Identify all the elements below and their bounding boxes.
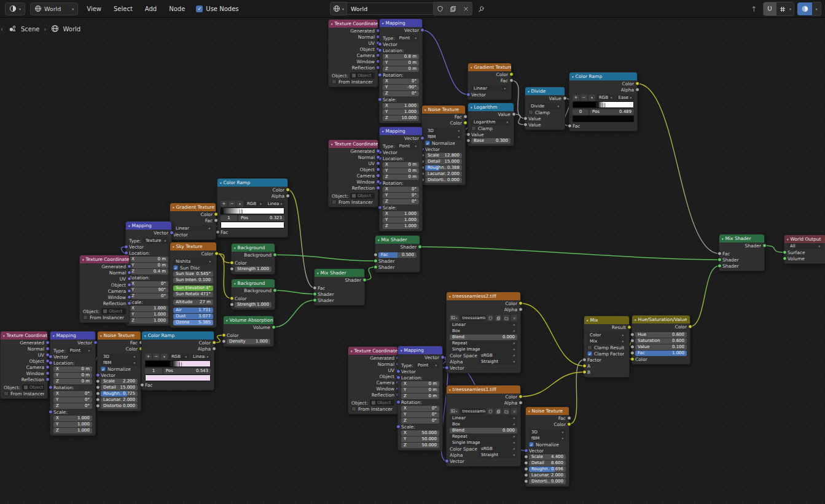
close-icon[interactable] bbox=[511, 408, 517, 414]
value-slider[interactable]: Z0° bbox=[383, 199, 419, 204]
value-slider[interactable]: X1.000 bbox=[383, 103, 419, 109]
remove-stop-button[interactable]: − bbox=[229, 201, 235, 207]
node-header[interactable]: ▾Noise Texture bbox=[422, 106, 465, 114]
fac-output-socket[interactable] bbox=[509, 79, 514, 83]
vector-input-socket[interactable] bbox=[445, 459, 449, 463]
fac-output-socket[interactable] bbox=[567, 416, 571, 421]
value-slider[interactable]: X0 m bbox=[129, 257, 168, 262]
dropdown[interactable]: Point▾ bbox=[415, 362, 439, 368]
normal-output-socket[interactable] bbox=[376, 155, 380, 160]
value-slider[interactable]: Y0 m bbox=[129, 263, 168, 268]
hsv-node[interactable]: ▾Hue/Saturation/ValueColorHue0.600Satura… bbox=[631, 315, 690, 365]
generated-output-socket[interactable] bbox=[127, 265, 131, 269]
value-slider[interactable]: X0° bbox=[383, 187, 419, 192]
value-slider[interactable]: X0° bbox=[383, 79, 419, 84]
value-slider[interactable]: Lacunar...2.000 bbox=[101, 397, 138, 403]
color-mode-dropdown[interactable]: RGB▾ bbox=[244, 201, 264, 207]
alpha-output-socket[interactable] bbox=[635, 88, 639, 92]
rotation-input-socket[interactable] bbox=[396, 400, 401, 405]
node-header[interactable]: ▾Texture Coordinate bbox=[348, 347, 397, 355]
dropdown[interactable]: Box▾ bbox=[450, 328, 517, 334]
color-output-socket[interactable] bbox=[463, 121, 467, 125]
value-slider[interactable]: Sun Rotation471° bbox=[173, 292, 213, 297]
browse-image-button[interactable]: ▾ bbox=[450, 315, 459, 321]
value-slider[interactable]: Roughn...0.388 bbox=[425, 165, 462, 171]
window-output-socket[interactable] bbox=[45, 371, 50, 376]
window-output-socket[interactable] bbox=[376, 180, 380, 184]
vector-input-socket[interactable] bbox=[445, 366, 449, 370]
checkbox-row[interactable]: ✓Clamp Factor bbox=[584, 351, 629, 357]
value-slider[interactable]: Z0 m bbox=[53, 379, 92, 384]
tc4-node[interactable]: ▾Texture CoordinateGeneratedNormalUVObje… bbox=[0, 331, 48, 399]
browse-world-button[interactable]: ▾ bbox=[330, 2, 347, 15]
value-slider[interactable]: X1.000 bbox=[129, 306, 168, 311]
detail-input-socket[interactable] bbox=[524, 461, 528, 465]
color-swatch[interactable] bbox=[221, 222, 284, 228]
checkbox-row[interactable]: Clamp bbox=[525, 109, 565, 115]
node-header[interactable]: ▾Color Ramp bbox=[569, 72, 637, 80]
wout-node[interactable]: ▾World OutputAll▾SurfaceVolume bbox=[784, 235, 825, 264]
browse-image-button[interactable]: ▾ bbox=[450, 408, 459, 414]
checkbox-box[interactable]: ✓ bbox=[101, 366, 106, 371]
vector-input-socket[interactable] bbox=[396, 370, 401, 374]
checkbox-row[interactable]: From Instancer bbox=[329, 79, 378, 85]
a-input-socket[interactable] bbox=[582, 364, 587, 368]
ramp-options-icon[interactable]: ▾ bbox=[588, 95, 595, 101]
node-header[interactable]: ▾Mix bbox=[584, 316, 629, 324]
checkbox-row[interactable]: From Instancer bbox=[1, 390, 47, 397]
world-name-input[interactable] bbox=[347, 2, 434, 15]
value-slider[interactable]: Saturation0.600 bbox=[635, 338, 687, 344]
dropdown[interactable]: fBM▾ bbox=[529, 435, 566, 441]
value-slider[interactable]: X0° bbox=[401, 406, 439, 411]
checkbox-box[interactable] bbox=[4, 391, 9, 396]
saturation-input-socket[interactable] bbox=[630, 339, 635, 343]
dropdown[interactable]: Box▾ bbox=[450, 421, 517, 427]
node-header[interactable]: ▾Mix Shader bbox=[375, 236, 420, 244]
value-slider[interactable]: Blend0.000 bbox=[450, 335, 517, 340]
value-input-socket[interactable] bbox=[630, 345, 635, 349]
ramp-options-icon[interactable]: ▾ bbox=[161, 354, 168, 360]
color-output-socket[interactable] bbox=[286, 188, 290, 192]
node-header[interactable]: ▾Texture Coordinate bbox=[80, 255, 129, 263]
shader-editor[interactable]: ▾Texture CoordinateGeneratedNormalUVObje… bbox=[0, 0, 825, 504]
checkbox-row[interactable]: ✓Normalize bbox=[422, 140, 465, 146]
fac-input-socket[interactable] bbox=[373, 253, 378, 257]
tc2-node[interactable]: ▾Texture CoordinateGeneratedNormalUVObje… bbox=[328, 139, 378, 207]
gradient-bar[interactable] bbox=[221, 207, 284, 214]
new-copy-button[interactable] bbox=[447, 2, 459, 15]
checkbox-row[interactable]: From Instancer bbox=[80, 314, 129, 320]
object-picker-field[interactable]: Objectpath d="M7 5 2.5 9.5M7 3l2 2 1.5-1… bbox=[350, 193, 375, 199]
sky-node[interactable]: ▾Sky TextureColorNishita▾✓Sun DiscSun Si… bbox=[170, 242, 217, 328]
dropdown[interactable]: sRGB▾ bbox=[479, 352, 517, 359]
dropdown[interactable]: All▾ bbox=[788, 243, 823, 249]
uv-output-socket[interactable] bbox=[376, 161, 380, 166]
fac-input-socket[interactable] bbox=[140, 383, 144, 387]
node-header[interactable]: ▾Noise Texture bbox=[526, 407, 569, 415]
node-header[interactable]: ▾Mapping bbox=[398, 346, 442, 354]
node-header[interactable]: ▾Texture Coordinate bbox=[329, 20, 378, 28]
color-output-socket[interactable] bbox=[518, 395, 523, 399]
it1-node[interactable]: ▾treesseamless2.tiffColorAlpha▾treesseam… bbox=[446, 292, 521, 373]
node-header[interactable]: ▾Mapping bbox=[50, 331, 95, 339]
value-slider[interactable]: Scale4.400 bbox=[529, 454, 566, 460]
dropdown[interactable]: Color▾ bbox=[587, 332, 626, 338]
dropdown[interactable]: Point▾ bbox=[397, 143, 419, 149]
rotation-input-socket[interactable] bbox=[378, 73, 382, 77]
node-header[interactable]: ▾Background bbox=[232, 279, 275, 287]
fac-input-socket[interactable] bbox=[313, 286, 317, 290]
value-slider[interactable]: Detail15.000 bbox=[425, 159, 462, 165]
shader2-input-socket[interactable] bbox=[373, 265, 378, 269]
object-picker-field[interactable]: Objectpath d="M7 5 2.5 9.5M7 3l2 2 1.5-1… bbox=[22, 384, 44, 390]
gradient-bar[interactable] bbox=[145, 360, 211, 367]
dropdown[interactable]: Straight▾ bbox=[479, 359, 517, 365]
alpha-output-socket[interactable] bbox=[518, 401, 523, 405]
b-input-socket[interactable] bbox=[582, 370, 587, 374]
color-output-socket[interactable] bbox=[212, 341, 216, 345]
value-slider[interactable]: Density1.000 bbox=[227, 339, 270, 344]
menu-add[interactable]: Add bbox=[141, 6, 160, 12]
value-slider[interactable]: Air1.731 bbox=[173, 308, 213, 313]
checkbox-row[interactable]: From Instancer bbox=[348, 406, 397, 412]
checkbox-box[interactable] bbox=[332, 79, 337, 84]
node-header[interactable]: ▾Texture Coordinate bbox=[329, 140, 378, 148]
alpha-output-socket[interactable] bbox=[286, 194, 290, 198]
